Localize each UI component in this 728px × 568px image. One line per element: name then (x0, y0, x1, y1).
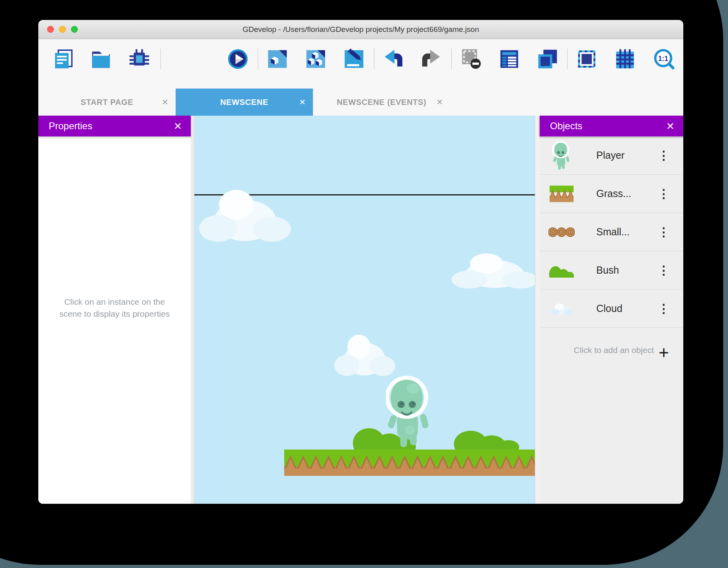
object-label: Player (596, 150, 625, 161)
gdevelop-window: GDevelop - /Users/florian/GDevelop proje… (38, 20, 683, 504)
cloud-object-icon (548, 302, 576, 315)
object-menu-icon[interactable]: ⋮ (658, 266, 670, 275)
object-row-bush[interactable]: Bush ⋮ (540, 251, 683, 290)
add-object-label: Click to add an object (566, 345, 662, 356)
close-icon[interactable]: ✕ (666, 121, 675, 131)
maximize-window-button[interactable] (71, 26, 78, 33)
panel-gutter (535, 116, 540, 504)
toolbar-divider (258, 49, 258, 69)
grass-object-icon (548, 185, 576, 203)
object-menu-icon[interactable]: ⋮ (658, 151, 670, 160)
play-icon[interactable] (227, 48, 249, 70)
object-label: Bush (596, 264, 619, 276)
close-window-button[interactable] (47, 26, 54, 33)
logs-object-icon (548, 227, 576, 238)
tab-label: START PAGE (81, 98, 133, 107)
object-row-cloud[interactable]: Cloud ⋮ (540, 290, 683, 328)
svg-text:1:1: 1:1 (658, 55, 669, 63)
add-object-row[interactable]: Click to add an object + (540, 328, 683, 373)
delete-instances-icon[interactable] (460, 48, 482, 70)
tab-close-icon[interactable]: ✕ (436, 97, 443, 107)
layers-editor-icon[interactable] (498, 48, 520, 70)
main-toolbar: 1:1 (38, 39, 683, 79)
new-project-icon[interactable] (52, 48, 75, 70)
properties-panel: Properties ✕ Click on an instance on the… (38, 116, 191, 504)
tab-close-icon[interactable]: ✕ (162, 97, 168, 107)
object-row-grass[interactable]: Grass... ⋮ (540, 175, 683, 213)
tab-label: NEWSCENE (EVENTS) (337, 98, 427, 107)
redo-icon[interactable] (420, 48, 442, 70)
toolbar-divider (451, 49, 452, 69)
object-menu-icon[interactable]: ⋮ (658, 304, 670, 314)
open-project-icon[interactable] (90, 48, 112, 70)
object-groups-icon[interactable] (305, 48, 327, 70)
tab-label: NEWSCENE (220, 98, 268, 107)
editor-tabs: START PAGE ✕ NEWSCENE ✕ NEWSCENE (EVENTS… (38, 79, 683, 116)
tab-start-page[interactable]: START PAGE ✕ (38, 89, 176, 116)
panel-gutter (191, 116, 194, 504)
object-menu-icon[interactable]: ⋮ (658, 227, 670, 237)
instances-list-icon[interactable] (536, 48, 559, 70)
object-label: Grass... (596, 188, 631, 199)
bush-object-icon (548, 263, 576, 278)
cloud-instance[interactable] (198, 184, 293, 243)
cloud-instance[interactable] (333, 330, 396, 377)
objects-editor-icon[interactable] (266, 48, 289, 70)
objects-panel: Objects ✕ (540, 116, 683, 504)
close-icon[interactable]: ✕ (174, 121, 182, 131)
scene-properties-icon[interactable] (343, 48, 365, 70)
scene-canvas[interactable] (194, 116, 535, 504)
objects-panel-header: Objects ✕ (540, 116, 683, 136)
minimize-window-button[interactable] (59, 26, 66, 33)
properties-panel-body: Click on an instance on the scene to dis… (38, 136, 191, 504)
player-instance[interactable] (386, 374, 432, 450)
object-row-small[interactable]: Small... ⋮ (540, 213, 683, 251)
toolbar-divider (567, 49, 568, 69)
tab-newscene-events[interactable]: NEWSCENE (EVENTS) ✕ (313, 89, 450, 116)
object-label: Small... (596, 226, 629, 238)
toolbar-divider (374, 49, 374, 69)
toolbar-divider (160, 49, 161, 69)
grid-icon[interactable] (614, 48, 636, 70)
player-object-icon (548, 140, 576, 171)
grass-platform-instance[interactable] (284, 450, 535, 476)
window-title: GDevelop - /Users/florian/GDevelop proje… (243, 25, 479, 34)
object-row-player[interactable]: Player ⋮ (540, 136, 683, 175)
properties-panel-header: Properties ✕ (38, 116, 191, 136)
title-bar[interactable]: GDevelop - /Users/florian/GDevelop proje… (38, 20, 683, 39)
properties-panel-title: Properties (49, 120, 174, 132)
tab-newscene[interactable]: NEWSCENE ✕ (176, 89, 313, 116)
object-label: Cloud (596, 303, 622, 314)
debug-icon[interactable] (128, 48, 150, 70)
cloud-instance[interactable] (450, 250, 535, 290)
undo-icon[interactable] (382, 48, 405, 70)
zoom-1-1-icon[interactable]: 1:1 (653, 48, 675, 70)
objects-panel-title: Objects (550, 120, 666, 132)
bush-instance[interactable] (453, 426, 520, 450)
traffic-lights (47, 20, 78, 39)
properties-empty-message: Click on an instance on the scene to dis… (55, 296, 174, 320)
add-object-plus-icon[interactable]: + (659, 344, 669, 361)
object-menu-icon[interactable]: ⋮ (658, 189, 670, 199)
window-mask-icon[interactable] (576, 48, 598, 70)
tab-close-icon[interactable]: ✕ (299, 97, 306, 107)
